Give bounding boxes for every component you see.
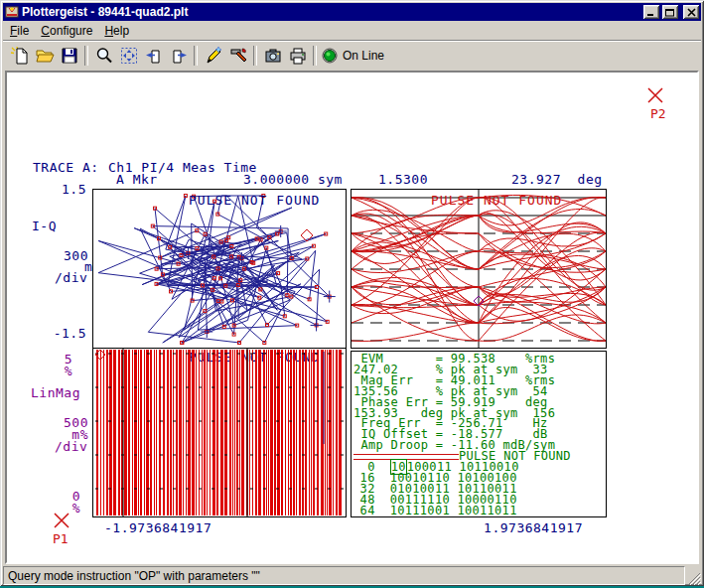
symbol-table: 0 10100011 1011001016 10010110 101001003…	[353, 462, 606, 516]
zoom-button[interactable]	[91, 44, 116, 68]
magnifier-icon	[94, 46, 114, 66]
eye-diagram-plot: PULSE NOT FOUND	[351, 189, 607, 349]
menu-bar: File Configure Help	[3, 21, 701, 40]
linmag-bars	[93, 349, 346, 516]
toolbar-separator	[194, 46, 198, 66]
linmag-trace-name: LinMag	[31, 386, 80, 399]
marker-phase-value: 23.927 deg	[511, 173, 603, 186]
resize-grip-icon	[688, 572, 701, 585]
status-message: Query mode instruction "OP" with paramet…	[3, 566, 685, 585]
window-title: Plottergeist - 89441-quad2.plt	[22, 5, 640, 19]
menu-configure[interactable]: Configure	[35, 22, 98, 40]
linmag-plot: PULSE NOT FOUND	[92, 348, 347, 517]
iq-constellation-plot: PULSE NOT FOUND	[92, 189, 347, 349]
status-bar: Query mode instruction "OP" with paramet…	[3, 566, 701, 585]
toolbar-separator	[313, 46, 317, 66]
marker-mag-value: 1.5300	[378, 173, 428, 186]
print-button[interactable]	[285, 44, 310, 68]
snapshot-button[interactable]	[260, 44, 285, 68]
close-button[interactable]	[683, 5, 699, 19]
maximize-button[interactable]	[662, 5, 678, 19]
camera-icon	[263, 46, 283, 66]
minimize-icon	[646, 8, 656, 17]
p1-marker-icon[interactable]	[53, 512, 70, 529]
xaxis-max-label: 1.9736841917	[434, 521, 583, 534]
desktop: Plottergeist - 89441-quad2.plt File Conf…	[0, 0, 704, 588]
linmag-ymax-unit: %	[59, 365, 72, 377]
marker-label: A Mkr	[116, 173, 158, 186]
page-next-icon	[169, 46, 189, 66]
title-bar[interactable]: Plottergeist - 89441-quad2.plt	[3, 3, 701, 21]
xaxis-min-label: -1.9736841917	[104, 521, 211, 534]
save-floppy-icon	[60, 46, 79, 66]
online-led-icon	[322, 48, 338, 64]
p2-marker-label: P2	[650, 106, 666, 121]
iq-per-div-label: /div	[55, 271, 87, 284]
p1-marker-label: P1	[53, 531, 69, 546]
tools-button[interactable]	[225, 44, 250, 68]
app-window: Plottergeist - 89441-quad2.plt File Conf…	[0, 0, 704, 586]
trace-label: TRACE A:	[33, 161, 99, 174]
menu-file[interactable]: File	[4, 22, 35, 40]
linmag-per-div-label: /div	[55, 440, 87, 453]
iq-ymax-label: 1.5	[47, 183, 86, 196]
measurement-readout: EVM = 99.538 %rms 247.02 % pk at sym 33 …	[353, 354, 606, 451]
menu-help[interactable]: Help	[98, 22, 135, 40]
pen-icon	[204, 46, 223, 66]
iq-trace-name: I-Q	[32, 220, 57, 232]
online-indicator[interactable]: On Line	[322, 48, 384, 64]
save-button[interactable]	[57, 44, 81, 68]
iq-ymin-label: -1.5	[47, 327, 86, 340]
marker-sym-value: 3.000000 sym	[243, 173, 343, 186]
fit-page-button[interactable]	[116, 44, 141, 68]
minimize-button[interactable]	[643, 5, 659, 19]
page-next-button[interactable]	[166, 44, 191, 68]
p2-marker-icon[interactable]	[646, 86, 664, 104]
fit-arrows-icon	[119, 46, 139, 66]
eye-trace	[352, 190, 606, 348]
measurement-panel: EVM = 99.538 %rms 247.02 % pk at sym 33 …	[351, 351, 607, 517]
toolbar-separator	[84, 46, 88, 66]
page-previous-icon	[144, 46, 164, 66]
toolbar: On Line	[3, 40, 701, 70]
new-page-icon	[10, 46, 30, 66]
tools-icon	[228, 46, 248, 66]
symbol-row: 64 10111001 10011011	[353, 506, 606, 516]
iq-pulse-overlay: PULSE NOT FOUND	[189, 194, 320, 207]
printer-icon	[288, 46, 308, 66]
open-folder-icon	[35, 46, 55, 66]
plot-canvas[interactable]: TRACE A: Ch1 PI/4 Meas Time A Mkr 3.0000…	[5, 71, 699, 564]
close-icon	[687, 8, 696, 17]
toolbar-separator	[253, 46, 257, 66]
online-label: On Line	[343, 49, 384, 63]
page-previous-button[interactable]	[141, 44, 166, 68]
maximize-icon	[665, 8, 675, 17]
resize-grip[interactable]	[685, 566, 701, 585]
iq-trace	[93, 190, 346, 348]
new-button[interactable]	[7, 44, 32, 68]
pen-setup-button[interactable]	[201, 44, 225, 68]
open-button[interactable]	[32, 44, 57, 68]
eye-pulse-overlay: PULSE NOT FOUND	[431, 194, 562, 207]
app-icon	[5, 5, 19, 19]
